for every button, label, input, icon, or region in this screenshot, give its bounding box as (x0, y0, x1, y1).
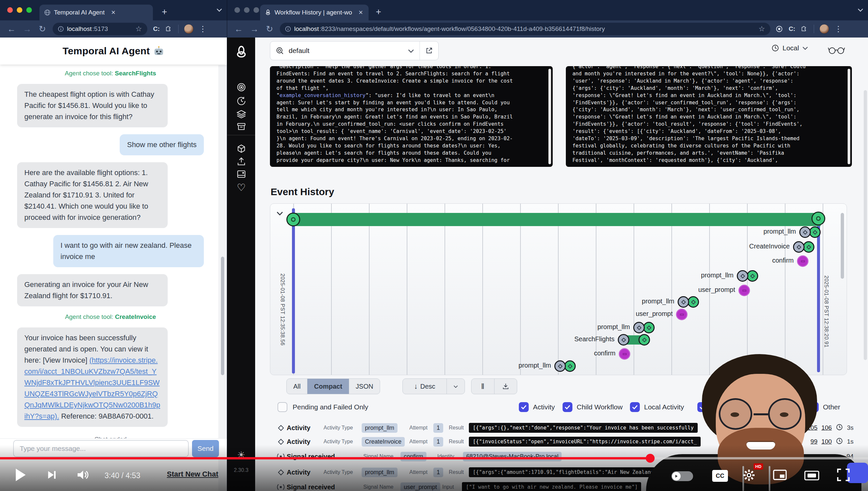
forward-icon[interactable]: → (250, 24, 259, 34)
timeline-event-label[interactable]: confirm (772, 257, 794, 264)
traffic-lights[interactable] (7, 7, 32, 13)
site-info-icon[interactable] (58, 26, 64, 32)
sidebar-workflows-icon[interactable] (227, 82, 255, 92)
data-encoder-glasses-icon[interactable] (828, 45, 845, 55)
address-bar[interactable]: localhost:5173 ☆ (53, 23, 147, 35)
chat-scrollbar-thumb[interactable] (221, 257, 224, 375)
timeline-event-label[interactable]: user_prompt (699, 286, 735, 293)
back-icon[interactable]: ← (7, 24, 16, 34)
signal-event-marker[interactable] (676, 309, 687, 320)
type-filter-activity[interactable]: Activity (519, 402, 555, 412)
activity-completed-marker[interactable] (803, 241, 814, 253)
browser-menu-icon[interactable]: ⋮ (834, 24, 842, 34)
type-filter-child-workflow[interactable]: Child Workflow (563, 402, 623, 412)
chat-message-list[interactable]: Agent chose tool: SearchFlightsThe cheap… (0, 65, 218, 438)
activity-scheduled-marker[interactable] (633, 322, 645, 334)
bookmark-star-icon[interactable]: ☆ (135, 25, 142, 33)
timeline-event-label[interactable]: prompt_llm (701, 271, 734, 279)
sidebar-namespaces-icon[interactable] (227, 144, 255, 154)
profile-avatar[interactable] (819, 24, 829, 34)
activity-completed-marker[interactable] (643, 322, 655, 334)
extension-c-icon[interactable]: C: (789, 25, 795, 33)
chevron-down-icon[interactable] (216, 8, 222, 12)
activity-completed-marker[interactable] (747, 270, 758, 282)
send-button[interactable]: Send (192, 440, 219, 457)
profile-avatar[interactable] (184, 24, 194, 34)
download-history-button[interactable] (495, 379, 517, 394)
checkbox-checked-icon[interactable] (563, 402, 572, 412)
namespace-select[interactable]: default (270, 41, 439, 60)
activity-scheduled-marker[interactable] (793, 241, 805, 253)
sidebar-layers-icon[interactable] (227, 109, 255, 119)
close-tab-icon[interactable]: × (111, 8, 115, 17)
workflow-input-code-block[interactable]: "description": "Help the user gather arg… (270, 66, 553, 167)
reload-icon[interactable]: ↻ (266, 24, 273, 34)
view-option-compact[interactable]: Compact (307, 379, 349, 394)
activity-completed-marker[interactable] (809, 226, 820, 238)
signal-event-marker[interactable] (619, 348, 630, 360)
view-option-json[interactable]: JSON (349, 379, 380, 394)
activity-completed-marker[interactable] (687, 296, 699, 308)
sort-desc-button[interactable]: ↓Desc (403, 379, 447, 394)
timezone-select[interactable]: Local (771, 44, 808, 52)
temporal-logo-icon[interactable] (227, 45, 255, 60)
extension-lens-icon[interactable] (776, 25, 783, 33)
chevron-down-icon[interactable] (858, 8, 863, 12)
minimize-window-icon[interactable] (17, 7, 22, 13)
browser-menu-icon[interactable]: ⋮ (199, 24, 207, 34)
bookmark-star-icon[interactable]: ☆ (758, 25, 765, 33)
sort-options-chevron[interactable] (447, 379, 465, 394)
extensions-puzzle-icon[interactable] (165, 25, 172, 33)
sidebar-labs-icon[interactable] (227, 169, 255, 179)
activity-scheduled-marker[interactable] (618, 334, 629, 346)
signal-event-marker[interactable] (739, 285, 750, 296)
sidebar-feedback-heart-icon[interactable]: ♡ (227, 182, 255, 193)
tab-temporal-ai-agent[interactable]: Temporal AI Agent × (39, 5, 153, 21)
back-icon[interactable]: ← (235, 24, 243, 34)
code-scrollbar[interactable] (848, 69, 850, 164)
new-tab-button[interactable]: + (162, 7, 167, 17)
traffic-lights[interactable] (235, 7, 259, 13)
zoom-window-icon[interactable] (26, 7, 32, 13)
timeline-event-label[interactable]: prompt_llm (519, 362, 551, 369)
timeline-event-label[interactable]: SearchFlights (575, 335, 615, 343)
timeline-event-label[interactable]: CreateInvoice (749, 242, 790, 250)
open-namespace-button[interactable] (420, 47, 438, 55)
workflow-end-marker[interactable] (811, 211, 825, 225)
close-window-icon[interactable] (7, 7, 13, 13)
extensions-puzzle-icon[interactable] (801, 25, 808, 33)
code-scrollbar[interactable] (549, 69, 551, 164)
sidebar-schedules-icon[interactable] (227, 96, 255, 106)
activity-scheduled-marker[interactable] (678, 296, 689, 308)
start-new-chat-link[interactable]: Start New Chat (167, 470, 218, 479)
zoom-window-icon[interactable] (253, 7, 259, 13)
timeline-event-label[interactable]: prompt_llm (597, 323, 630, 331)
address-bar[interactable]: localhost:8233/namespaces/default/workfl… (280, 23, 770, 35)
pending-failed-checkbox[interactable] (278, 402, 287, 412)
view-option-all[interactable]: All (287, 379, 307, 394)
collapse-timeline-chevron-icon[interactable] (276, 211, 283, 215)
activity-scheduled-marker[interactable] (799, 226, 811, 238)
page-scrollbar-thumb[interactable] (864, 90, 867, 360)
timeline-event-label[interactable]: confirm (594, 349, 616, 357)
sidebar-export-icon[interactable] (227, 157, 255, 167)
activity-scheduled-marker[interactable] (554, 360, 566, 372)
timeline-event-label[interactable]: prompt_llm (764, 228, 796, 235)
sort-control[interactable]: ↓Desc (402, 378, 465, 394)
close-tab-icon[interactable]: × (359, 8, 363, 17)
activity-completed-marker[interactable] (564, 360, 576, 372)
site-info-icon[interactable] (285, 26, 291, 32)
minimize-window-icon[interactable] (244, 7, 250, 13)
timeline-scrollbar-thumb[interactable] (841, 213, 844, 279)
pause-updates-button[interactable]: ‖ (471, 379, 495, 394)
activity-completed-marker[interactable] (639, 334, 650, 346)
extension-c-icon[interactable]: C: (153, 25, 160, 33)
tab-workflow-history[interactable]: Workflow History | agent-wo × (260, 5, 369, 21)
signal-event-marker[interactable] (797, 255, 808, 267)
timeline-event-label[interactable]: prompt_llm (642, 297, 674, 305)
checkbox-checked-icon[interactable] (519, 402, 529, 412)
forward-icon[interactable]: → (23, 24, 32, 34)
workflow-result-code-block[interactable]: {'actor': 'agent', 'response': {'next': … (566, 66, 852, 167)
theme-toggle-sun-icon[interactable]: ☀ (227, 450, 255, 460)
workflow-start-marker[interactable] (286, 212, 300, 226)
